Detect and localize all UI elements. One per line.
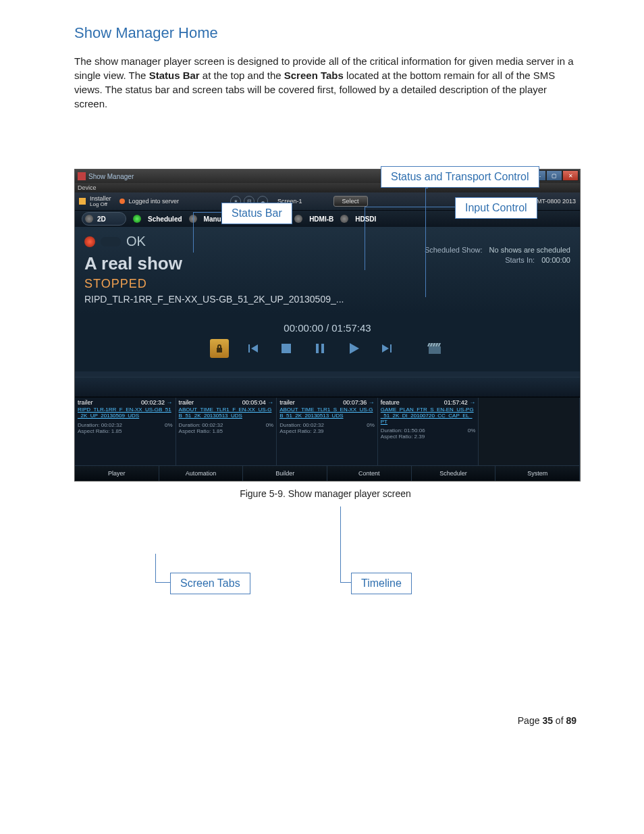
tl-title: RIPD_TLR-1RR_F_EN-XX_US-GB_51_2K_UP_2013… [78, 407, 173, 419]
mode-2d-toggle[interactable]: 2D [82, 212, 126, 226]
figure-caption: Figure 5-9. Show manager player screen [74, 488, 576, 499]
ok-toggle[interactable] [101, 237, 121, 246]
tab-system[interactable]: System [495, 466, 580, 481]
tl-pct: 0% [165, 422, 173, 428]
scheduled-info: Scheduled Show: No shows are scheduled S… [425, 245, 570, 266]
screen-tabs: Player Automation Builder Content Schedu… [75, 465, 580, 481]
logoff-link[interactable]: Log Off [90, 202, 111, 207]
tl-pct: 0% [367, 422, 375, 428]
scheduled-show-value: No shows are scheduled [489, 245, 570, 255]
callout-screen-tabs: Screen Tabs [170, 573, 250, 594]
stop-button[interactable] [276, 339, 296, 358]
menu-device[interactable]: Device [78, 184, 97, 191]
maximize-button[interactable]: ▢ [546, 170, 562, 181]
mode-hdmi-b[interactable]: HDMI-B [309, 215, 333, 223]
tl-pct: 0% [266, 422, 274, 428]
dot-icon [294, 215, 302, 223]
tl-duration: Duration: 01:50:06 [381, 427, 425, 434]
page-number: 35 [542, 715, 553, 726]
transport-controls: 00:00:00 / 01:57:43 [84, 305, 570, 358]
page-total: 89 [566, 715, 576, 726]
scheduled-show-label: Scheduled Show: [425, 245, 483, 255]
timeline-item[interactable]: trailer 00:07:36 → ABOUT_TIME_TLR1_S_EN-… [277, 398, 378, 465]
arrow-icon: → [267, 399, 273, 406]
tl-pct: 0% [468, 427, 476, 434]
tl-type: feature [381, 399, 400, 406]
dot-icon [340, 215, 348, 223]
pause-button[interactable] [310, 339, 330, 358]
tl-title: ABOUT_TIME_TLR1_F_EN-XX_US-GB_51_2K_2013… [179, 407, 274, 419]
tl-time: 00:07:36 [343, 399, 367, 406]
mode-2d-label: 2D [97, 215, 106, 223]
player-state: STOPPED [84, 277, 570, 291]
clapperboard-button[interactable] [425, 339, 445, 358]
tl-aspect: Aspect Ratio: 2.39 [381, 434, 425, 440]
tl-title: GAME_PLAN_FTR_S_EN-EN_US-PG_51_2K_DI_201… [381, 407, 476, 425]
tl-duration: Duration: 00:02:32 [179, 422, 223, 428]
callout-line [425, 188, 426, 297]
dot-green-icon [133, 215, 141, 223]
user-icon [79, 198, 86, 205]
text-bold: Status Bar [149, 70, 200, 81]
text: at the top and the [200, 70, 284, 81]
arrow-icon: → [369, 399, 375, 406]
status-dot-icon [119, 199, 125, 204]
tab-player[interactable]: Player [75, 466, 159, 481]
tl-time: 01:57:42 [444, 399, 468, 406]
timeline-item[interactable]: trailer 00:05:04 → ABOUT_TIME_TLR1_F_EN-… [176, 398, 277, 465]
timeline[interactable]: trailer 00:02:32 → RIPD_TLR-1RR_F_EN-XX_… [75, 397, 580, 465]
skip-back-button[interactable] [242, 339, 263, 358]
body-paragraph: The show manager player screen is design… [74, 54, 576, 111]
callout-line [340, 506, 341, 582]
svg-rect-2 [321, 344, 324, 353]
tl-type: trailer [179, 399, 194, 406]
mode-hdsdi[interactable]: HDSDI [355, 215, 376, 223]
page-footer: Page 35 of 89 [74, 715, 576, 726]
callout-status-transport: Status and Transport Control [381, 166, 539, 188]
callout-timeline: Timeline [351, 573, 412, 594]
close-button[interactable]: ✕ [562, 170, 579, 181]
tab-automation[interactable]: Automation [159, 466, 244, 481]
mode-scheduled[interactable]: Scheduled [148, 215, 182, 223]
callout-line [425, 188, 428, 188]
figure: Status and Transport Control Input Contr… [74, 169, 576, 499]
dot-icon [85, 215, 93, 223]
spacer-bar [75, 377, 580, 397]
timeline-item[interactable]: trailer 00:02:32 → RIPD_TLR-1RR_F_EN-XX_… [75, 398, 176, 465]
svg-rect-0 [281, 344, 291, 353]
timeline-item[interactable]: feature 01:57:42 → GAME_PLAN_FTR_S_EN-EN… [378, 398, 479, 465]
arrow-icon: → [167, 399, 173, 406]
callout-line [365, 207, 365, 270]
timeline-item-empty [479, 398, 580, 465]
tl-title: ABOUT_TIME_TLR1_S_EN-XX_US-GB_51_2K_2013… [279, 407, 375, 419]
skip-forward-button[interactable] [377, 339, 398, 358]
play-button[interactable] [344, 339, 364, 358]
starts-in-value: 00:00:00 [541, 255, 570, 265]
callout-line [155, 554, 156, 582]
login-status: Logged into server [129, 198, 180, 205]
tab-builder[interactable]: Builder [243, 466, 327, 481]
tl-time: 00:02:32 [141, 399, 165, 406]
tab-scheduler[interactable]: Scheduler [412, 466, 496, 481]
callout-line [365, 207, 455, 207]
callout-line [340, 582, 351, 583]
clip-name: RIPD_TLR-1RR_F_EN-XX_US-GB_51_2K_UP_2013… [84, 294, 570, 305]
callout-line [193, 212, 194, 253]
svg-rect-1 [316, 344, 319, 353]
tl-duration: Duration: 00:02:32 [78, 422, 122, 428]
status-dot-icon [84, 236, 95, 247]
tl-time: 00:05:04 [242, 399, 266, 406]
of-label: of [553, 715, 566, 726]
callout-line [155, 582, 170, 583]
lock-button[interactable] [210, 339, 229, 358]
tl-type: trailer [279, 399, 295, 406]
tl-aspect: Aspect Ratio: 2.39 [279, 428, 323, 434]
callout-status-bar: Status Bar [221, 203, 292, 224]
arrow-icon: → [469, 399, 475, 406]
select-button[interactable]: Select [333, 196, 368, 207]
tab-content[interactable]: Content [327, 466, 412, 481]
ok-label: OK [126, 234, 146, 249]
app-icon [78, 172, 86, 180]
text-bold: Screen Tabs [284, 70, 344, 81]
starts-in-label: Starts In: [505, 255, 535, 265]
